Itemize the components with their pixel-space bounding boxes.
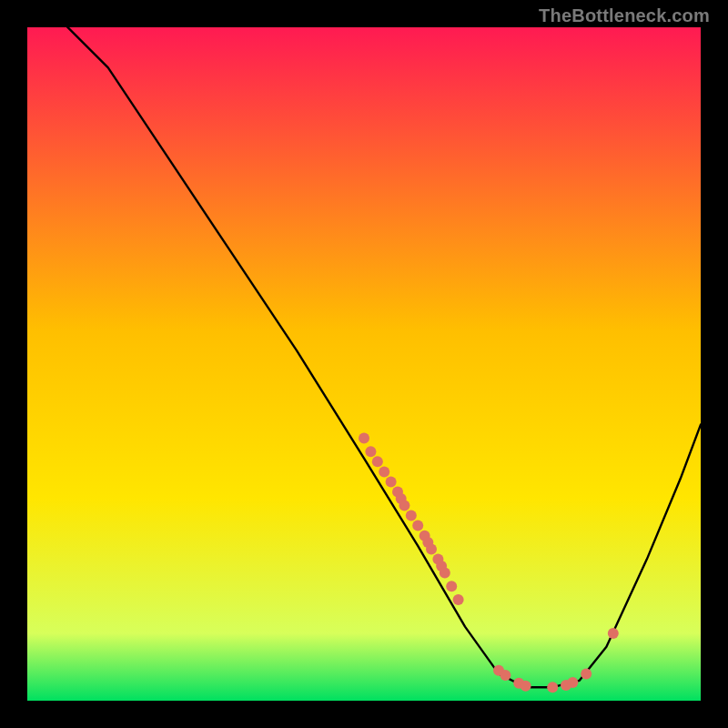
data-marker [386, 477, 397, 488]
data-marker [359, 432, 369, 443]
plot-area [27, 27, 701, 701]
data-marker [453, 594, 464, 605]
data-marker [500, 670, 511, 681]
data-marker [547, 682, 558, 693]
data-marker [379, 466, 389, 477]
data-marker [412, 521, 423, 531]
watermark-text: TheBottleneck.com [539, 5, 710, 26]
data-marker [521, 681, 531, 692]
data-marker [440, 567, 450, 578]
data-marker [581, 668, 592, 679]
data-marker [608, 628, 619, 639]
data-marker [365, 446, 376, 457]
data-marker [426, 544, 437, 555]
data-marker [446, 581, 457, 592]
chart-container: TheBottleneck.com [0, 0, 728, 728]
gradient-background [27, 27, 701, 701]
data-marker [399, 500, 410, 511]
data-marker [406, 511, 417, 521]
data-marker [372, 456, 383, 467]
chart-svg [27, 27, 701, 701]
data-marker [567, 677, 578, 688]
